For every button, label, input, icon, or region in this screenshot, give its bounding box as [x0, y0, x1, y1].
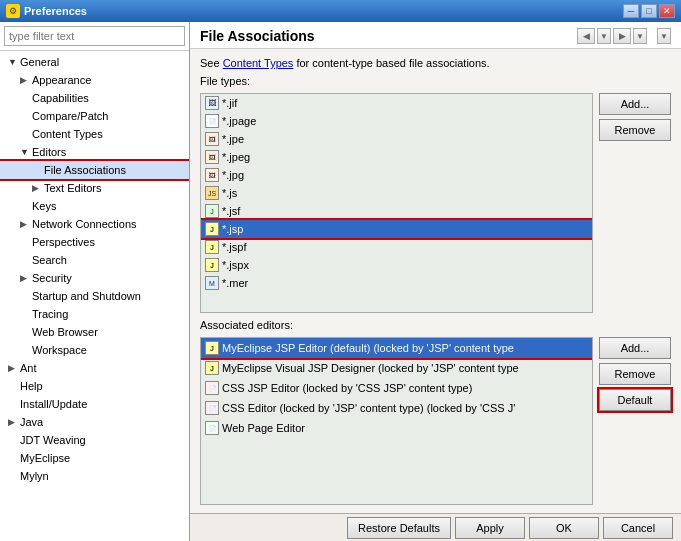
expand-arrow: ▶ [32, 183, 44, 193]
editor-name: CSS Editor (locked by 'JSP' content type… [222, 402, 515, 414]
assoc-buttons: Add... Remove Default [599, 337, 671, 505]
tree-item-content-types[interactable]: Content Types [0, 125, 189, 143]
tree-item-tracing[interactable]: Tracing [0, 305, 189, 323]
nav-menu-dropdown[interactable]: ▼ [657, 28, 671, 44]
remove-file-type-button[interactable]: Remove [599, 119, 671, 141]
nav-back-button[interactable]: ◀ [577, 28, 595, 44]
assoc-item-selected[interactable]: J MyEclipse JSP Editor (default) (locked… [201, 338, 592, 358]
tree-item-web-browser[interactable]: Web Browser [0, 323, 189, 341]
tree-label: Workspace [32, 344, 87, 356]
file-ext-label: *.jsf [222, 205, 240, 217]
tree-item-jdt-weaving[interactable]: JDT Weaving [0, 431, 189, 449]
tree-label: Appearance [32, 74, 91, 86]
file-type-icon: JS [205, 186, 219, 200]
cancel-button[interactable]: Cancel [603, 517, 673, 539]
tree-item-help[interactable]: Help [0, 377, 189, 395]
editor-name: MyEclipse JSP Editor (default) (locked b… [222, 342, 514, 354]
list-item[interactable]: J *.jspx [201, 256, 592, 274]
assoc-item[interactable]: 📄 CSS JSP Editor (locked by 'CSS JSP' co… [201, 378, 592, 398]
nav-forward-dropdown[interactable]: ▼ [633, 28, 647, 44]
tree-item-keys[interactable]: Keys [0, 197, 189, 215]
ok-button[interactable]: OK [529, 517, 599, 539]
tree-item-text-editors[interactable]: ▶ Text Editors [0, 179, 189, 197]
associated-editors-list[interactable]: J MyEclipse JSP Editor (default) (locked… [200, 337, 593, 505]
assoc-item[interactable]: 📄 Web Page Editor [201, 418, 592, 438]
list-item[interactable]: M *.mer [201, 274, 592, 292]
close-button[interactable]: ✕ [659, 4, 675, 18]
file-ext-label: *.jpe [222, 133, 244, 145]
nav-controls: ◀ ▼ ▶ ▼ ▼ [577, 28, 671, 44]
tree-label: Install/Update [20, 398, 87, 410]
tree-item-java[interactable]: ▶ Java [0, 413, 189, 431]
editor-icon: 📄 [205, 401, 219, 415]
expand-arrow: ▼ [8, 57, 20, 67]
tree-label: Compare/Patch [32, 110, 108, 122]
tree-item-security[interactable]: ▶ Security [0, 269, 189, 287]
tree-item-myeclipse[interactable]: MyEclipse [0, 449, 189, 467]
tree-item-search[interactable]: Search [0, 251, 189, 269]
maximize-button[interactable]: □ [641, 4, 657, 18]
expand-arrow [8, 399, 20, 409]
expand-arrow [20, 345, 32, 355]
expand-arrow: ▶ [8, 417, 20, 427]
tree-item-workspace[interactable]: Workspace [0, 341, 189, 359]
apply-button[interactable]: Apply [455, 517, 525, 539]
tree-item-editors[interactable]: ▼ Editors [0, 143, 189, 161]
tree-item-capabilities[interactable]: Capabilities [0, 89, 189, 107]
filter-input[interactable] [4, 26, 185, 46]
list-item[interactable]: 📄 *.jpage [201, 112, 592, 130]
tree-item-compare-patch[interactable]: Compare/Patch [0, 107, 189, 125]
tree-item-file-assoc[interactable]: File Associations [0, 161, 189, 179]
tree-item-network-conn[interactable]: ▶ Network Connections [0, 215, 189, 233]
filter-box [0, 22, 189, 51]
tree-label: Mylyn [20, 470, 49, 482]
tree-item-ant[interactable]: ▶ Ant [0, 359, 189, 377]
list-item[interactable]: J *.jspf [201, 238, 592, 256]
editor-icon: J [205, 361, 219, 375]
list-item[interactable]: JS *.js [201, 184, 592, 202]
assoc-item[interactable]: J MyEclipse Visual JSP Designer (locked … [201, 358, 592, 378]
list-item[interactable]: J *.jsf [201, 202, 592, 220]
window-controls: ─ □ ✕ [623, 4, 675, 18]
list-item-selected[interactable]: J *.jsp [201, 220, 592, 238]
content-types-link[interactable]: Content Types [223, 57, 294, 69]
expand-arrow [8, 453, 20, 463]
tree-item-startup-shutdown[interactable]: Startup and Shutdown [0, 287, 189, 305]
main-container: ▼ General ▶ Appearance Capabilities Comp… [0, 22, 681, 541]
expand-arrow: ▼ [20, 147, 32, 157]
tree-item-perspectives[interactable]: Perspectives [0, 233, 189, 251]
nav-back-dropdown[interactable]: ▼ [597, 28, 611, 44]
file-types-list[interactable]: 🖼 *.jif 📄 *.jpage 🖼 *.jpe [201, 94, 592, 312]
remove-editor-button[interactable]: Remove [599, 363, 671, 385]
tree-label: File Associations [44, 164, 126, 176]
expand-arrow [20, 201, 32, 211]
tree-label: Search [32, 254, 67, 266]
list-item[interactable]: 🖼 *.jpg [201, 166, 592, 184]
list-item[interactable]: 🖼 *.jpeg [201, 148, 592, 166]
expand-arrow [20, 327, 32, 337]
nav-forward-button[interactable]: ▶ [613, 28, 631, 44]
tree-area: ▼ General ▶ Appearance Capabilities Comp… [0, 51, 189, 541]
app-icon: ⚙ [6, 4, 20, 18]
file-type-icon: 🖼 [205, 132, 219, 146]
default-editor-button[interactable]: Default [599, 389, 671, 411]
expand-arrow [8, 435, 20, 445]
add-editor-button[interactable]: Add... [599, 337, 671, 359]
file-ext-label: *.jspf [222, 241, 246, 253]
tree-item-appearance[interactable]: ▶ Appearance [0, 71, 189, 89]
list-item[interactable]: 🖼 *.jif [201, 94, 592, 112]
expand-arrow [20, 111, 32, 121]
restore-defaults-button[interactable]: Restore Defaults [347, 517, 451, 539]
tree-label: Web Browser [32, 326, 98, 338]
tree-item-general[interactable]: ▼ General [0, 53, 189, 71]
tree-label: Help [20, 380, 43, 392]
list-item[interactable]: 🖼 *.jpe [201, 130, 592, 148]
assoc-item[interactable]: 📄 CSS Editor (locked by 'JSP' content ty… [201, 398, 592, 418]
tree-item-install-update[interactable]: Install/Update [0, 395, 189, 413]
expand-arrow [20, 129, 32, 139]
minimize-button[interactable]: ─ [623, 4, 639, 18]
add-file-type-button[interactable]: Add... [599, 93, 671, 115]
editor-name: MyEclipse Visual JSP Designer (locked by… [222, 362, 519, 374]
left-panel: ▼ General ▶ Appearance Capabilities Comp… [0, 22, 190, 541]
tree-item-mylyn[interactable]: Mylyn [0, 467, 189, 485]
